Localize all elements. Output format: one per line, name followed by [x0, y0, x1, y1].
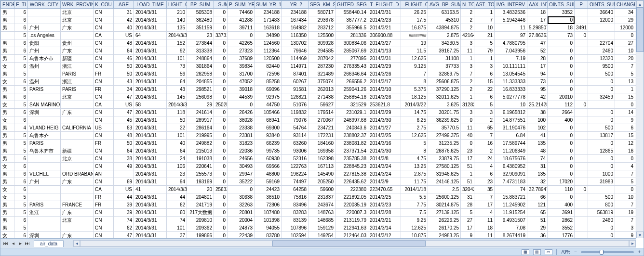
- vertical-scrollbar[interactable]: ▴ ▾: [636, 0, 644, 238]
- cell[interactable]: 5: [14, 70, 28, 78]
- cell[interactable]: 337314: [214, 32, 228, 39]
- cell[interactable]: 2.875: [428, 32, 461, 39]
- cell[interactable]: 0: [214, 39, 228, 47]
- cell[interactable]: 12000: [615, 24, 635, 32]
- cell[interactable]: 46800: [255, 170, 282, 178]
- cell[interactable]: 0: [548, 132, 575, 140]
- cell[interactable]: 2862: [548, 217, 575, 224]
- cell[interactable]: 558440.14: [335, 9, 368, 16]
- column-header[interactable]: P: [575, 1, 588, 9]
- cell[interactable]: 375074: [309, 78, 335, 86]
- cell[interactable]: [61, 193, 94, 201]
- cell[interactable]: 11.5: [401, 47, 428, 55]
- table-row[interactable]: 男6贵阳贵州CN482014/3/31152273844042265124560…: [1, 39, 636, 47]
- cell[interactable]: US: [94, 124, 114, 132]
- cell[interactable]: 234188: [282, 9, 309, 16]
- cell[interactable]: 204801: [187, 193, 214, 201]
- tab-prev-icon[interactable]: ◂: [10, 240, 16, 247]
- cell[interactable]: 85258: [255, 78, 282, 86]
- table-row[interactable]: 男6广州广东CN642014/3/31923133380273231123647…: [1, 47, 636, 55]
- cell[interactable]: 6: [474, 93, 495, 101]
- cell[interactable]: 27323: [228, 47, 255, 55]
- vscroll-track[interactable]: [636, 7, 644, 231]
- cell[interactable]: 2014/3/21: [368, 217, 401, 224]
- cell[interactable]: 32: [527, 178, 548, 186]
- cell[interactable]: 83139: [282, 217, 309, 224]
- cell[interactable]: PARIS: [28, 140, 61, 147]
- cell[interactable]: 16.875: [401, 24, 428, 32]
- cell[interactable]: 2014/3/31: [134, 39, 167, 47]
- cell[interactable]: 12865: [588, 147, 615, 155]
- cell[interactable]: 0: [214, 47, 228, 55]
- cell[interactable]: 2014/3/31: [134, 193, 167, 201]
- cell[interactable]: 126821: [282, 93, 309, 101]
- cell[interactable]: 0: [228, 186, 255, 193]
- cell[interactable]: 118: [167, 109, 187, 116]
- cell[interactable]: 5.2985075: [527, 24, 548, 32]
- table-row[interactable]: 女6深圳广东CN472014/3/31371998660224398378010…: [1, 232, 636, 239]
- cell[interactable]: 169358: [309, 147, 335, 155]
- cell[interactable]: 285067.69: [335, 47, 368, 55]
- cell[interactable]: 2: [461, 16, 474, 24]
- table-row[interactable]: 男6深圳广东CN472014/3/31118241614026426105466…: [1, 109, 636, 116]
- cell[interactable]: 125500: [309, 32, 335, 39]
- cell[interactable]: 广东: [61, 209, 94, 217]
- table-row[interactable]: 5.os AngelesCAUS642014/3/312333731403489…: [1, 32, 636, 39]
- cell[interactable]: 83780: [255, 232, 282, 239]
- cell[interactable]: 湛江: [28, 209, 61, 217]
- cell[interactable]: 209810: [187, 217, 214, 224]
- cell[interactable]: 31946.625: [428, 170, 461, 178]
- cell[interactable]: 37: [167, 232, 187, 239]
- cell[interactable]: 114469: [282, 55, 309, 63]
- cell[interactable]: [575, 232, 588, 239]
- cell[interactable]: 17020: [548, 178, 575, 186]
- cell[interactable]: 101398: [255, 217, 282, 224]
- cell[interactable]: [575, 201, 588, 209]
- cell[interactable]: [28, 116, 61, 124]
- cell[interactable]: 31282.25: [461, 101, 474, 109]
- cell[interactable]: 107896: [282, 224, 309, 232]
- cell[interactable]: CN: [94, 163, 114, 170]
- table-row[interactable]: 男6广州广东CN402014/3/31135351159039711163618…: [1, 24, 636, 32]
- cell[interactable]: 32042.125: [461, 186, 474, 193]
- cell[interactable]: 2014/3/31: [134, 70, 167, 78]
- cell[interactable]: FR: [94, 70, 114, 78]
- cell[interactable]: 7: [615, 217, 635, 224]
- cell[interactable]: 235785.38: [335, 155, 368, 163]
- cell[interactable]: 49: [114, 163, 134, 170]
- cell[interactable]: 6: [14, 116, 28, 124]
- cell[interactable]: 6: [14, 39, 28, 47]
- cell[interactable]: 14.877551: [495, 116, 527, 124]
- cell[interactable]: 210: [167, 9, 187, 16]
- cell[interactable]: [575, 109, 588, 116]
- cell[interactable]: 241719: [187, 201, 214, 209]
- cell[interactable]: 2014/3/23: [368, 16, 401, 24]
- cell[interactable]: CN: [94, 47, 114, 55]
- cell[interactable]: 72596: [255, 70, 282, 78]
- cell[interactable]: 2014/3/31: [134, 78, 167, 86]
- cell[interactable]: 30638: [228, 193, 255, 201]
- cell[interactable]: 8: [401, 147, 428, 155]
- cell[interactable]: 45: [114, 116, 134, 124]
- cell[interactable]: 0: [214, 93, 228, 101]
- cell[interactable]: 新疆: [61, 147, 94, 155]
- cell[interactable]: 2014/3/24: [368, 170, 401, 178]
- cell[interactable]: 2014/3/31: [134, 232, 167, 239]
- cell[interactable]: 6: [14, 16, 28, 24]
- cell[interactable]: CN: [94, 132, 114, 140]
- cell[interactable]: 69300: [255, 124, 282, 132]
- cell[interactable]: 0: [548, 55, 575, 63]
- cell[interactable]: 9: [461, 232, 474, 239]
- cell[interactable]: 135: [527, 140, 548, 147]
- cell[interactable]: 107480: [255, 209, 282, 217]
- cell[interactable]: 广州: [28, 178, 61, 186]
- cell[interactable]: 24: [167, 155, 187, 163]
- cell[interactable]: 3: [474, 63, 495, 70]
- table-row[interactable]: 男5PARISFR502014/3/3140249882031823662396…: [1, 140, 636, 147]
- cell[interactable]: 213119.79: [335, 217, 368, 224]
- cell[interactable]: [28, 155, 61, 163]
- cell[interactable]: 贵阳: [28, 39, 61, 47]
- cell[interactable]: 27.863636: [527, 32, 548, 39]
- cell[interactable]: 124560: [255, 39, 282, 47]
- cell[interactable]: 321489: [309, 70, 335, 78]
